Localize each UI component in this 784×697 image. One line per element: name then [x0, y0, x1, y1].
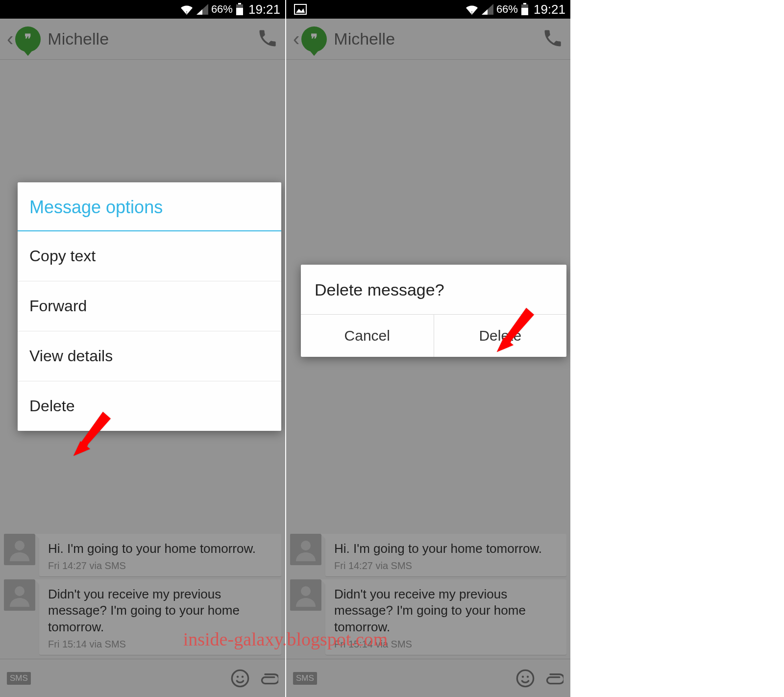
status-bar: ↕ 66% 19:21 — [286, 0, 570, 19]
option-view-details[interactable]: View details — [18, 331, 281, 381]
svg-rect-13 — [521, 8, 528, 15]
modal-backdrop[interactable] — [286, 19, 570, 697]
message-options-dialog: Message options Copy text Forward View d… — [18, 182, 281, 431]
delete-button[interactable]: Delete — [434, 315, 567, 357]
screenshot-left: ↕ 66% 19:21 ‹ ❞ Michelle — [0, 0, 285, 697]
svg-rect-11 — [523, 3, 526, 4]
signal-icon — [196, 4, 208, 15]
status-time: 19:21 — [534, 2, 565, 17]
confirm-title: Delete message? — [301, 265, 566, 314]
image-saved-icon — [294, 4, 307, 15]
battery-icon — [521, 3, 529, 16]
screenshot-right: ↕ 66% 19:21 ‹ ❞ Michelle — [285, 0, 570, 697]
svg-text:↕: ↕ — [471, 10, 473, 15]
wifi-icon: ↕ — [465, 4, 479, 15]
status-bar: ↕ 66% 19:21 — [0, 0, 285, 19]
battery-percent: 66% — [211, 3, 233, 16]
cancel-button[interactable]: Cancel — [301, 315, 434, 357]
option-copy-text[interactable]: Copy text — [18, 231, 281, 281]
svg-rect-1 — [238, 3, 241, 4]
wifi-icon: ↕ — [180, 4, 194, 15]
dialog-title: Message options — [18, 182, 281, 231]
option-delete[interactable]: Delete — [18, 381, 281, 431]
status-time: 19:21 — [248, 2, 280, 17]
svg-text:↕: ↕ — [186, 10, 188, 15]
delete-confirm-dialog: Delete message? Cancel Delete — [301, 265, 566, 357]
battery-percent: 66% — [496, 3, 518, 16]
battery-icon — [236, 3, 244, 16]
option-forward[interactable]: Forward — [18, 281, 281, 331]
signal-icon — [482, 4, 493, 15]
svg-rect-3 — [236, 8, 243, 15]
